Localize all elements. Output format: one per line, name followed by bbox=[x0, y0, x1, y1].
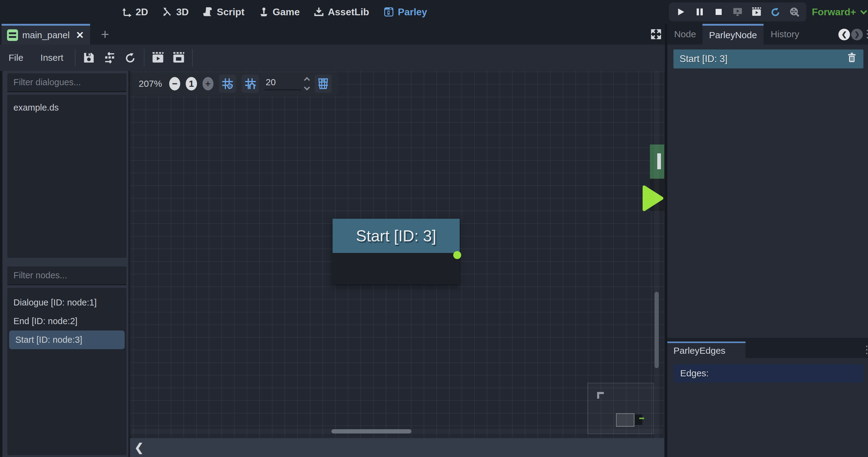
toolbar-separator bbox=[75, 49, 75, 67]
toggle-grid-button[interactable] bbox=[219, 74, 236, 93]
joystick-icon bbox=[259, 7, 269, 17]
tab-game[interactable]: Game bbox=[259, 6, 300, 18]
graph-node-start[interactable]: Start [ID: 3] bbox=[333, 219, 460, 284]
close-icon[interactable]: ✕ bbox=[76, 29, 84, 41]
parley-toolbar: File Insert bbox=[0, 44, 665, 71]
editor-topbar: 2D 3D Script Game AssetLib Parley bbox=[0, 0, 868, 24]
edges-tabbar: ParleyEdges ⋮ bbox=[667, 341, 868, 358]
script-icon bbox=[203, 7, 213, 17]
parley-icon bbox=[383, 6, 394, 18]
context-switcher: 2D 3D Script Game AssetLib Parley bbox=[122, 0, 427, 24]
profiler-button[interactable] bbox=[787, 5, 801, 19]
tab-history[interactable]: History bbox=[767, 24, 803, 44]
snap-distance-input[interactable] bbox=[265, 77, 301, 90]
node-list-item[interactable]: End [ID: node:2] bbox=[7, 312, 126, 331]
dialogue-file-item[interactable]: example.ds bbox=[7, 98, 126, 117]
inspector-dock: Node ParleyNode History ❮ ❯ ⋮ Start [ID:… bbox=[667, 24, 868, 457]
edges-list-header: Edges: bbox=[674, 364, 863, 383]
tab-parleynode[interactable]: ParleyNode bbox=[703, 24, 764, 44]
nodes-filter-panel bbox=[7, 266, 126, 285]
dialogues-list: example.ds bbox=[7, 95, 126, 258]
nodes-list: Dialogue [ID: node:1] End [ID: node:2] S… bbox=[7, 288, 126, 455]
arrange-nodes-button[interactable] bbox=[101, 49, 118, 66]
parley-tabbar: main_panel ✕ + bbox=[0, 24, 665, 44]
tab-node[interactable]: Node bbox=[671, 24, 700, 44]
tab-assetlib[interactable]: AssetLib bbox=[314, 6, 369, 18]
node-list-item[interactable]: Dialogue [ID: node:1] bbox=[7, 293, 126, 312]
test-dialogue-button[interactable] bbox=[149, 49, 166, 66]
download-icon bbox=[314, 7, 324, 17]
snap-spinner[interactable] bbox=[305, 78, 309, 90]
dialogue-graph-canvas[interactable]: 207% − 1 + Start [ID: 3] bbox=[130, 71, 664, 438]
tab-script[interactable]: Script bbox=[203, 6, 245, 18]
tab-3d[interactable]: 3D bbox=[162, 6, 189, 18]
zoom-out-button[interactable]: − bbox=[169, 77, 180, 90]
node-header[interactable]: Start [ID: 3] bbox=[333, 219, 460, 253]
graph-toolbar: 207% − 1 + bbox=[132, 72, 338, 95]
filter-dialogues-input[interactable] bbox=[13, 77, 129, 88]
minimap-node bbox=[635, 415, 642, 425]
stop-button[interactable] bbox=[712, 5, 726, 19]
dock-prev-button[interactable]: ❮ bbox=[838, 29, 850, 40]
renderer-select[interactable]: Forward+ bbox=[812, 0, 865, 24]
tab-parley[interactable]: Parley bbox=[383, 6, 427, 18]
movie-maker-button[interactable] bbox=[749, 5, 764, 19]
dialogues-filter-panel bbox=[7, 73, 126, 92]
pause-button[interactable] bbox=[693, 5, 707, 19]
save-button[interactable] bbox=[80, 49, 97, 66]
edges-panel: Edges: bbox=[667, 358, 868, 457]
minimap-viewport[interactable] bbox=[616, 413, 634, 427]
file-menu[interactable]: File bbox=[0, 53, 32, 63]
tab-main-panel[interactable]: main_panel ✕ bbox=[2, 24, 90, 44]
snap-grid-button[interactable] bbox=[242, 74, 259, 93]
zoom-reset-button[interactable]: 1 bbox=[186, 77, 197, 90]
connection-arrow-icon bbox=[642, 184, 664, 213]
reload-button[interactable] bbox=[769, 5, 782, 19]
toggle-minimap-button[interactable] bbox=[315, 74, 332, 93]
parleynode-panel: Start [ID: 3] bbox=[667, 44, 868, 338]
scrollbar-thumb[interactable] bbox=[654, 292, 659, 368]
zoom-in-button[interactable]: + bbox=[203, 77, 214, 90]
minimap-port-dash bbox=[639, 418, 644, 419]
minimap-camera-corner bbox=[597, 392, 604, 399]
fullscreen-icon bbox=[650, 28, 662, 40]
node-output-port[interactable] bbox=[453, 251, 461, 259]
bottom-bar: ❮ bbox=[130, 438, 664, 457]
filter-nodes-input[interactable] bbox=[13, 270, 129, 281]
dock-next-button[interactable]: ❯ bbox=[851, 29, 863, 40]
reset-view-button[interactable] bbox=[122, 49, 139, 66]
remote-debug-button[interactable] bbox=[731, 5, 745, 19]
tab-parleyedges[interactable]: ParleyEdges bbox=[667, 341, 746, 358]
play-button[interactable] bbox=[674, 5, 688, 19]
expand-panel-button[interactable] bbox=[648, 27, 664, 41]
toolbar-separator bbox=[192, 49, 193, 67]
graph-vertical-scrollbar[interactable] bbox=[654, 71, 659, 438]
chevron-down-icon bbox=[860, 8, 867, 15]
selected-node-bar[interactable]: Start [ID: 3] bbox=[674, 50, 863, 68]
dock-menu-icon[interactable]: ⋮ bbox=[862, 28, 868, 40]
test-from-node-button[interactable] bbox=[170, 49, 187, 66]
panel-list-icon bbox=[7, 29, 18, 41]
rotate-3d-icon bbox=[162, 7, 173, 17]
godot-editor-window: 2D 3D Script Game AssetLib Parley bbox=[0, 0, 868, 457]
playback-controls bbox=[669, 2, 806, 21]
graph-horizontal-scrollbar[interactable] bbox=[131, 429, 663, 434]
insert-menu[interactable]: Insert bbox=[32, 53, 72, 63]
add-tab-button[interactable]: + bbox=[97, 26, 113, 42]
zoom-level: 207% bbox=[139, 79, 164, 89]
collapse-sidebar-button[interactable]: ❮ bbox=[134, 441, 144, 454]
trash-icon[interactable] bbox=[846, 52, 857, 66]
scrollbar-thumb[interactable] bbox=[331, 429, 411, 433]
toolbar-separator bbox=[144, 49, 145, 67]
tab-2d[interactable]: 2D bbox=[122, 6, 148, 18]
dock-splitter[interactable] bbox=[665, 24, 667, 457]
node-body bbox=[333, 253, 460, 284]
graph-minimap[interactable] bbox=[587, 383, 654, 434]
move-2d-icon bbox=[122, 7, 132, 17]
edges-menu-icon[interactable]: ⋮ bbox=[862, 343, 868, 356]
inspector-tabbar: Node ParleyNode History ❮ ❯ ⋮ bbox=[667, 24, 868, 44]
node-list-item-selected[interactable]: Start [ID: node:3] bbox=[9, 331, 125, 349]
dialogue-sidebar: example.ds Dialogue [ID: node:1] End [ID… bbox=[0, 71, 128, 457]
